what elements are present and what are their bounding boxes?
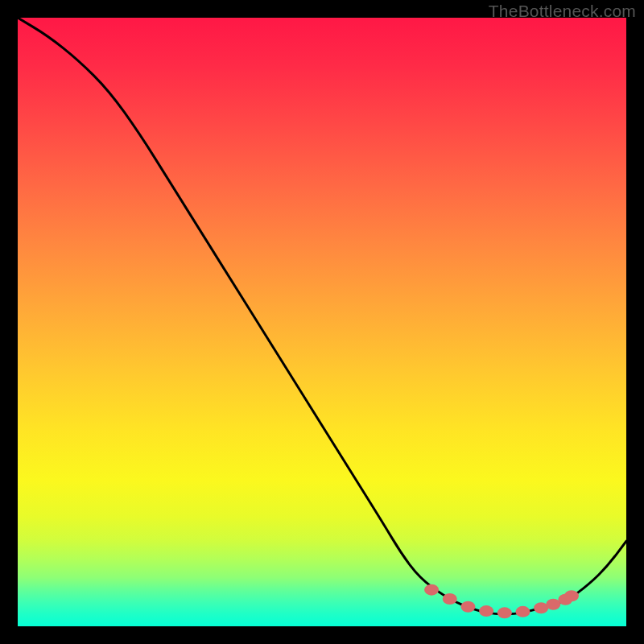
marker-dot (515, 606, 530, 617)
marker-dot (443, 593, 457, 605)
chart-frame (18, 18, 626, 626)
marker-dot (479, 605, 493, 617)
bottleneck-curve (18, 18, 626, 614)
chart-svg (18, 18, 626, 626)
marker-dot (497, 607, 512, 618)
marker-group (424, 584, 579, 619)
marker-dot (564, 590, 579, 601)
marker-dot (424, 584, 439, 596)
marker-dot (460, 601, 475, 613)
